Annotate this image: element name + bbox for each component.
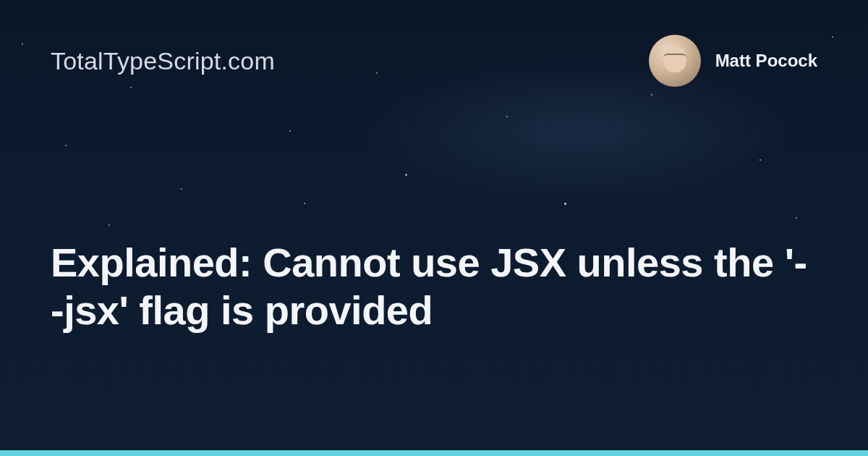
star-decoration — [506, 116, 508, 117]
star-decoration — [289, 130, 291, 132]
star-decoration — [796, 217, 797, 219]
star-decoration — [65, 145, 67, 146]
star-decoration — [181, 188, 182, 190]
star-decoration — [109, 224, 110, 226]
author-block: Matt Pocock — [649, 35, 817, 87]
site-name: TotalTypeScript.com — [51, 47, 275, 75]
star-decoration — [130, 87, 132, 88]
star-decoration — [405, 174, 407, 176]
star-decoration — [564, 203, 566, 205]
author-avatar — [649, 35, 701, 87]
accent-bar — [0, 450, 868, 456]
star-decoration — [832, 36, 833, 38]
star-decoration — [760, 159, 761, 161]
header: TotalTypeScript.com Matt Pocock — [51, 35, 817, 87]
author-name: Matt Pocock — [715, 51, 817, 71]
star-decoration — [304, 203, 305, 204]
star-decoration — [651, 94, 652, 96]
page-title: Explained: Cannot use JSX unless the '--… — [51, 239, 817, 334]
star-decoration — [22, 43, 23, 45]
